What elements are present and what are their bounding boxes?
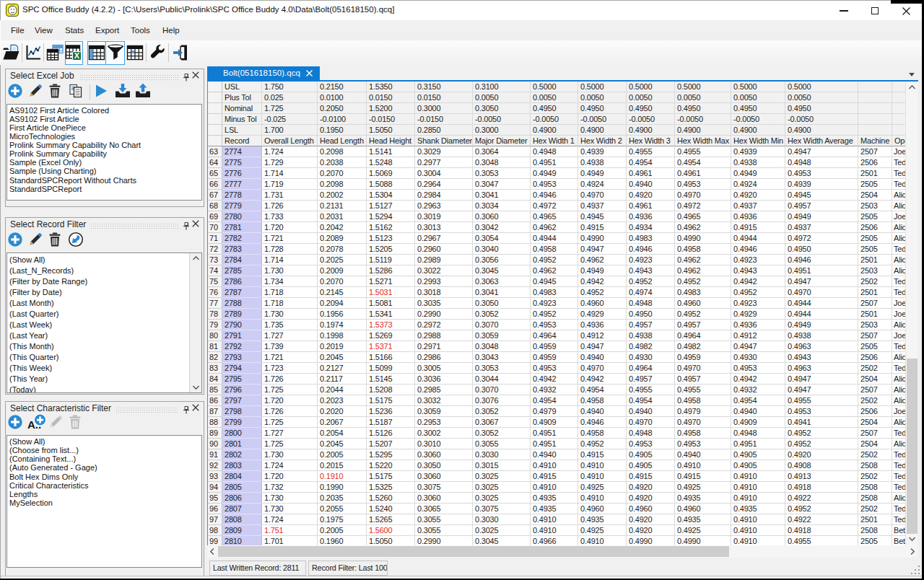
svg-text:X: X [74,51,80,60]
